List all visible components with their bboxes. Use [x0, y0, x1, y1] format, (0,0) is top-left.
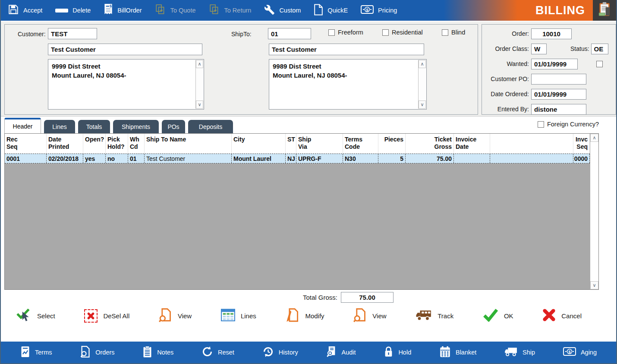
- bottom-toolbar: Terms Orders Notes Reset History Audit H…: [1, 342, 616, 363]
- wanted-date-input[interactable]: [531, 59, 578, 69]
- col-line1: Pick: [107, 136, 126, 143]
- customer-po-label: Customer PO:: [482, 75, 531, 82]
- customer-code-input[interactable]: [48, 28, 97, 39]
- history-button[interactable]: History: [262, 346, 298, 359]
- order-class-input[interactable]: [531, 44, 547, 54]
- accept-button[interactable]: Accept: [8, 4, 42, 17]
- customer-name-input[interactable]: [48, 44, 202, 55]
- blind-checkbox[interactable]: [442, 29, 448, 36]
- hold-button[interactable]: Hold: [384, 346, 411, 359]
- quicke-button[interactable]: QuickE: [314, 4, 348, 17]
- pricing-label: Pricing: [378, 7, 397, 14]
- cell-terms-code: N30: [343, 154, 378, 163]
- desel-all-button[interactable]: DeSel All: [84, 309, 129, 323]
- red-x-icon: [542, 308, 556, 323]
- billing-window: Accept Delete $ BillOrder To Quote To Re…: [0, 0, 617, 364]
- scroll-up-icon[interactable]: ∧: [419, 60, 426, 68]
- delete-button[interactable]: Delete: [55, 7, 91, 14]
- view-2-label: View: [372, 312, 386, 320]
- ship-button[interactable]: Ship: [504, 346, 535, 359]
- col-pieces: Pieces: [378, 134, 406, 154]
- cell-ship-via: UPRG-F: [296, 154, 343, 163]
- customer-address-box[interactable]: 9999 Dist Street Mount Laurel, NJ 08054-…: [48, 59, 204, 110]
- col-line2: City: [233, 136, 283, 143]
- cell-invoice-date: [454, 154, 490, 163]
- scroll-up-icon[interactable]: ∧: [196, 60, 203, 68]
- scroll-down-icon[interactable]: ∨: [196, 100, 203, 109]
- terms-button[interactable]: Terms: [20, 346, 52, 359]
- padlock-icon: [384, 346, 393, 359]
- minus-bar-icon: [55, 9, 68, 13]
- foreign-currency-checkbox[interactable]: [538, 121, 544, 128]
- to-return-button[interactable]: To Return: [209, 4, 252, 17]
- aging-button[interactable]: $ Aging: [563, 347, 597, 358]
- order-number-input[interactable]: [531, 28, 572, 39]
- cell-blank: [490, 154, 573, 163]
- blanket-button[interactable]: Blanket: [439, 346, 476, 359]
- status-label: Status:: [570, 45, 589, 52]
- truck-icon: [416, 309, 432, 323]
- col-line2: Printed: [48, 143, 81, 151]
- col-line2: Ship To Name: [146, 136, 230, 143]
- scroll-down-icon[interactable]: ∨: [590, 281, 598, 289]
- col-line1: Wh: [130, 136, 142, 143]
- quicke-label: QuickE: [327, 7, 348, 14]
- reset-label: Reset: [218, 349, 234, 356]
- tab-totals-label: Totals: [86, 123, 102, 130]
- total-gross-input[interactable]: [341, 292, 393, 303]
- freeform-checkbox[interactable]: [328, 29, 335, 36]
- orders-grid: RecSeq DatePrinted Open? PickHold? WhCd …: [4, 133, 599, 290]
- grid-row-selected[interactable]: 0001 02/20/2018 yes no 01 Test Customer …: [5, 154, 590, 163]
- modify-button[interactable]: Modify: [285, 308, 324, 324]
- reset-button[interactable]: Reset: [201, 346, 234, 359]
- billorder-button[interactable]: $ BillOrder: [104, 3, 142, 17]
- document-chart-icon: [20, 346, 30, 359]
- track-button[interactable]: Track: [416, 309, 453, 323]
- customer-address-scrollbar[interactable]: ∧ ∨: [195, 60, 203, 109]
- scroll-down-icon[interactable]: ∨: [419, 100, 426, 109]
- entered-by-input[interactable]: [531, 104, 586, 115]
- date-ordered-input[interactable]: [531, 89, 586, 100]
- shipto-address-scrollbar[interactable]: ∧ ∨: [418, 60, 426, 109]
- to-quote-button[interactable]: To Quote: [155, 4, 196, 17]
- shipto-code-input[interactable]: [268, 28, 311, 39]
- col-rec-seq: RecSeq: [5, 134, 47, 154]
- residential-checkbox-group: Residential: [382, 29, 423, 36]
- wrench-icon: [264, 4, 275, 17]
- tab-shipments[interactable]: Shipments: [113, 120, 159, 133]
- cancel-button[interactable]: Cancel: [542, 308, 582, 323]
- shipto-name-input[interactable]: [269, 44, 424, 55]
- wanted-checkbox[interactable]: [596, 61, 603, 67]
- select-button[interactable]: Select: [16, 308, 55, 323]
- col-pick-hold: PickHold?: [106, 134, 128, 154]
- view-button[interactable]: View: [159, 308, 192, 324]
- scroll-up-icon[interactable]: ∧: [590, 134, 598, 142]
- tab-lines[interactable]: Lines: [44, 120, 75, 133]
- status-input[interactable]: [591, 44, 608, 54]
- customer-address-text: 9999 Dist Street Mount Laurel, NJ 08054-: [52, 62, 193, 107]
- col-line2: Seq: [575, 143, 588, 151]
- top-toolbar: Accept Delete $ BillOrder To Quote To Re…: [1, 0, 616, 21]
- billing-app-button[interactable]: [593, 0, 616, 21]
- tab-header[interactable]: Header: [4, 118, 41, 133]
- pencil-page-icon: [285, 308, 299, 324]
- order-label: Order:: [482, 30, 531, 37]
- tab-pos[interactable]: POs: [162, 120, 185, 133]
- audit-button[interactable]: Audit: [326, 346, 356, 359]
- foreign-currency-label: Foreign Currency?: [547, 121, 599, 128]
- action-button-row: Select DeSel All View Lines Modify View …: [1, 303, 616, 328]
- tab-deposits[interactable]: Deposits: [188, 120, 233, 133]
- shipto-address-box[interactable]: 9989 Dist Street Mount Laurel, NJ 08054-…: [269, 59, 427, 110]
- cell-city: Mount Laurel: [232, 154, 286, 163]
- view-2-button[interactable]: View: [353, 308, 386, 324]
- tab-totals[interactable]: Totals: [78, 120, 110, 133]
- ok-button[interactable]: OK: [483, 308, 513, 323]
- lines-button[interactable]: Lines: [221, 309, 256, 323]
- pricing-button[interactable]: $ Pricing: [361, 5, 397, 16]
- residential-checkbox[interactable]: [382, 29, 389, 36]
- customer-po-input[interactable]: [531, 74, 586, 85]
- grid-scrollbar[interactable]: ∧ ∨: [590, 134, 598, 289]
- notes-button[interactable]: Notes: [142, 346, 173, 359]
- orders-button[interactable]: Orders: [80, 346, 114, 359]
- custom-button[interactable]: Custom: [264, 4, 301, 17]
